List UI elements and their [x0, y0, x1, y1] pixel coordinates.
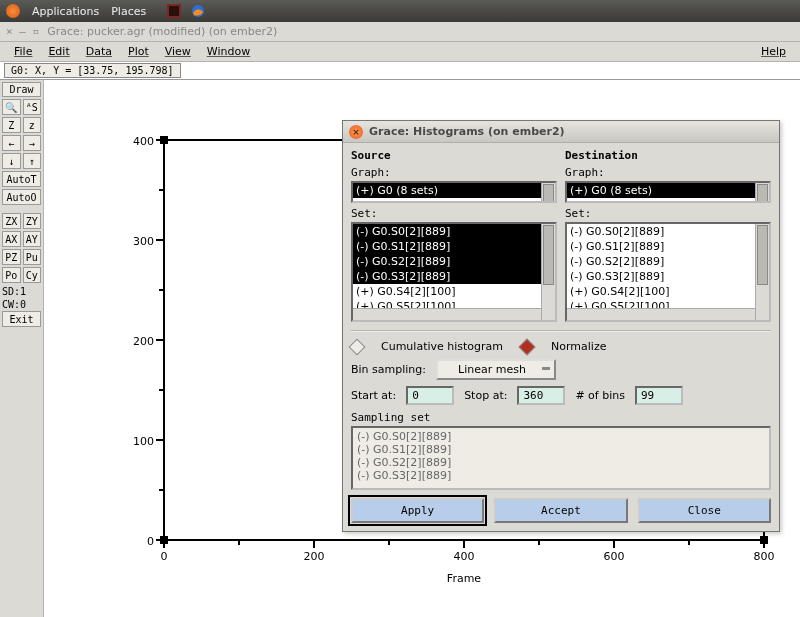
ytick-1: 100	[133, 435, 154, 448]
list-item[interactable]: (-) G0.S1[2][889]	[353, 239, 555, 254]
list-item[interactable]: (+) G0.S4[2][100]	[567, 284, 769, 299]
ytick-2: 200	[133, 335, 154, 348]
terminal-icon[interactable]	[166, 3, 182, 19]
source-label: Source	[351, 149, 557, 162]
ytick-0: 0	[147, 535, 154, 548]
accept-button[interactable]: Accept	[494, 498, 627, 523]
tool-zoom-in[interactable]: Z	[2, 117, 21, 133]
left-toolbar: Draw 🔍ᴬS Zz ←→ ↓↑ AutoT AutoO ZXZY AXAY …	[0, 80, 44, 617]
list-item[interactable]: (-) G0.S2[2][889]	[353, 254, 555, 269]
source-graph-label: Graph:	[351, 166, 557, 179]
firefox-icon[interactable]	[190, 3, 206, 19]
status-bar: G0: X, Y = [33.75, 195.798]	[0, 62, 800, 80]
tool-cw: CW:0	[2, 298, 41, 311]
tool-right[interactable]: →	[23, 135, 42, 151]
svg-rect-1	[169, 6, 179, 16]
tool-exit[interactable]: Exit	[2, 311, 41, 327]
window-title: Grace: pucker.agr (modified) (on ember2)	[47, 25, 277, 38]
tool-ay[interactable]: AY	[23, 231, 42, 247]
bin-sampling-label: Bin sampling:	[351, 363, 426, 376]
dialog-titlebar[interactable]: × Grace: Histograms (on ember2)	[343, 121, 779, 143]
x-axis-label: Frame	[447, 572, 482, 585]
apply-button[interactable]: Apply	[351, 498, 484, 523]
dest-set-label: Set:	[565, 207, 771, 220]
list-item[interactable]: (-) G0.S0[2][889]	[353, 224, 555, 239]
list-item: (-) G0.S1[2][889]	[357, 443, 765, 456]
list-item[interactable]: (+) G0.S4[2][100]	[353, 284, 555, 299]
start-at-label: Start at:	[351, 389, 396, 402]
tool-sd: SD:1	[2, 285, 41, 298]
tool-down[interactable]: ↓	[2, 153, 21, 169]
tool-zoom-out[interactable]: z	[23, 117, 42, 133]
stop-at-label: Stop at:	[464, 389, 507, 402]
tool-zoom[interactable]: 🔍	[2, 99, 21, 115]
os-tray	[166, 3, 206, 19]
list-item[interactable]: (-) G0.S1[2][889]	[567, 239, 769, 254]
dialog-title: Grace: Histograms (on ember2)	[369, 125, 565, 138]
xtick-0: 0	[161, 550, 168, 563]
list-item[interactable]: (-) G0.S2[2][889]	[567, 254, 769, 269]
cumulative-checkbox[interactable]	[349, 338, 366, 355]
menu-plot[interactable]: Plot	[122, 43, 155, 60]
app-menubar: File Edit Data Plot View Window Help	[0, 42, 800, 62]
menu-help[interactable]: Help	[755, 43, 792, 60]
source-graph-list[interactable]: (+) G0 (8 sets)	[351, 181, 557, 203]
cumulative-label: Cumulative histogram	[381, 340, 503, 353]
source-set-list[interactable]: (-) G0.S0[2][889](-) G0.S1[2][889](-) G0…	[351, 222, 557, 322]
ubuntu-orb-icon[interactable]	[6, 4, 20, 18]
list-item: (-) G0.S3[2][889]	[357, 469, 765, 482]
sampling-set-label: Sampling set	[351, 411, 771, 424]
dest-label: Destination	[565, 149, 771, 162]
os-menu-places[interactable]: Places	[111, 5, 146, 18]
source-set-label: Set:	[351, 207, 557, 220]
n-bins-input[interactable]	[635, 386, 683, 405]
tool-up[interactable]: ↑	[23, 153, 42, 169]
dest-graph-list[interactable]: (+) G0 (8 sets)	[565, 181, 771, 203]
menu-edit[interactable]: Edit	[42, 43, 75, 60]
tool-draw-label: Draw	[2, 82, 41, 97]
os-top-bar: Applications Places	[0, 0, 800, 22]
ytick-4: 400	[133, 135, 154, 148]
tool-pu[interactable]: Pu	[23, 249, 42, 265]
dest-graph-label: Graph:	[565, 166, 771, 179]
histograms-dialog: × Grace: Histograms (on ember2) Source G…	[342, 120, 780, 532]
tool-zx[interactable]: ZX	[2, 213, 21, 229]
window-controls[interactable]: × – ▫	[6, 25, 39, 38]
list-item[interactable]: (+) G0 (8 sets)	[353, 183, 555, 198]
dest-set-list[interactable]: (-) G0.S0[2][889](-) G0.S1[2][889](-) G0…	[565, 222, 771, 322]
normalize-label: Normalize	[551, 340, 606, 353]
ytick-3: 300	[133, 235, 154, 248]
n-bins-label: # of bins	[575, 389, 625, 402]
start-at-input[interactable]	[406, 386, 454, 405]
list-item: (-) G0.S2[2][889]	[357, 456, 765, 469]
os-menu-applications[interactable]: Applications	[32, 5, 99, 18]
list-item[interactable]: (-) G0.S3[2][889]	[567, 269, 769, 284]
tool-autoscale[interactable]: ᴬS	[23, 99, 42, 115]
bin-sampling-dropdown[interactable]: Linear mesh	[436, 359, 556, 380]
xtick-3: 600	[604, 550, 625, 563]
tool-cy[interactable]: Cy	[23, 267, 42, 283]
tool-ax[interactable]: AX	[2, 231, 21, 247]
stop-at-input[interactable]	[517, 386, 565, 405]
cursor-coords: G0: X, Y = [33.75, 195.798]	[4, 63, 181, 78]
menu-view[interactable]: View	[159, 43, 197, 60]
window-titlebar: × – ▫ Grace: pucker.agr (modified) (on e…	[0, 22, 800, 42]
list-item[interactable]: (+) G0 (8 sets)	[567, 183, 769, 198]
xtick-2: 400	[454, 550, 475, 563]
tool-autoT[interactable]: AutoT	[2, 171, 41, 187]
dialog-close-icon[interactable]: ×	[349, 125, 363, 139]
close-button[interactable]: Close	[638, 498, 771, 523]
menu-file[interactable]: File	[8, 43, 38, 60]
tool-left[interactable]: ←	[2, 135, 21, 151]
tool-pz[interactable]: PZ	[2, 249, 21, 265]
tool-po[interactable]: Po	[2, 267, 21, 283]
menu-window[interactable]: Window	[201, 43, 256, 60]
list-item[interactable]: (-) G0.S3[2][889]	[353, 269, 555, 284]
menu-data[interactable]: Data	[80, 43, 118, 60]
list-item[interactable]: (-) G0.S0[2][889]	[567, 224, 769, 239]
tool-autoO[interactable]: AutoO	[2, 189, 41, 205]
normalize-checkbox[interactable]	[519, 338, 536, 355]
tool-zy[interactable]: ZY	[23, 213, 42, 229]
sampling-set-list[interactable]: (-) G0.S0[2][889](-) G0.S1[2][889](-) G0…	[351, 426, 771, 490]
list-item: (-) G0.S0[2][889]	[357, 430, 765, 443]
